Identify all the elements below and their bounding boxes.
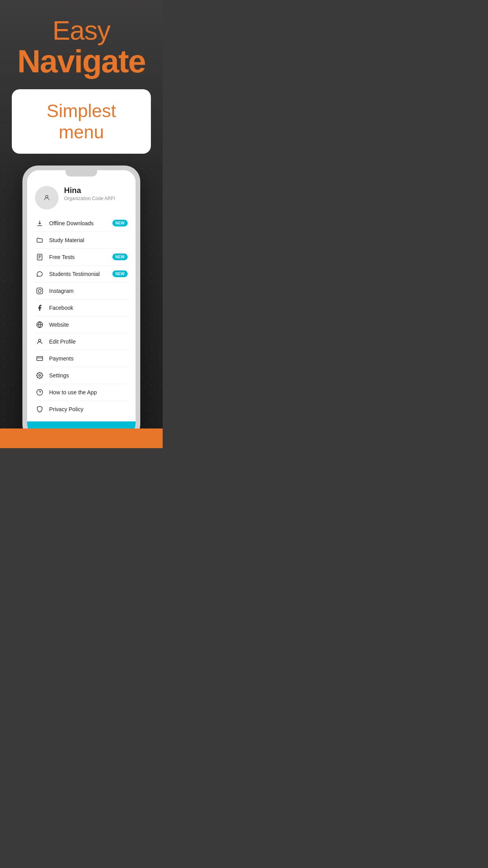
orange-bottom-bar — [0, 428, 163, 448]
menu-label-settings: Settings — [49, 372, 128, 379]
svg-point-4 — [41, 289, 42, 290]
menu-label-edit-profile: Edit Profile — [49, 338, 128, 345]
menu-item-free-tests[interactable]: Free Tests NEW — [35, 249, 128, 266]
instagram-icon — [35, 286, 44, 296]
folder-icon — [35, 235, 44, 245]
svg-point-0 — [46, 195, 48, 198]
menu-item-privacy-policy[interactable]: Privacy Policy — [35, 401, 128, 417]
menu-item-facebook[interactable]: Facebook — [35, 300, 128, 316]
profile-name: Hina — [64, 186, 115, 195]
menu-label-privacy-policy: Privacy Policy — [49, 406, 128, 412]
document-icon — [35, 252, 44, 262]
phone-notch — [66, 169, 97, 177]
main-background: Easy Navigate Simplest menu — [0, 0, 163, 448]
menu-label-payments: Payments — [49, 355, 128, 362]
phone-screen: Hina Organization Code ARFI — [27, 170, 136, 436]
profile-section: Hina Organization Code ARFI — [35, 186, 128, 210]
facebook-icon — [35, 303, 44, 313]
shield-icon — [35, 405, 44, 414]
headline-easy: Easy — [8, 16, 155, 45]
svg-rect-2 — [37, 288, 43, 294]
menu-item-students-testimonial[interactable]: Students Testimonial NEW — [35, 266, 128, 283]
globe-icon — [35, 320, 44, 329]
menu-label-study-material: Study Material — [49, 237, 128, 243]
person-icon — [35, 337, 44, 346]
menu-item-how-to-use[interactable]: How to use the App — [35, 384, 128, 401]
menu-item-instagram[interactable]: Instagram — [35, 283, 128, 300]
menu-item-study-material[interactable]: Study Material — [35, 232, 128, 249]
menu-list: Offline Downloads NEW Study Material — [35, 215, 128, 417]
new-badge-offline: NEW — [112, 220, 128, 226]
svg-point-8 — [39, 375, 41, 377]
menu-item-offline-downloads[interactable]: Offline Downloads NEW — [35, 215, 128, 232]
menu-label-offline-downloads: Offline Downloads — [49, 220, 112, 226]
menu-item-settings[interactable]: Settings — [35, 367, 128, 384]
menu-label-students-testimonial: Students Testimonial — [49, 271, 112, 277]
chat-icon — [35, 269, 44, 279]
menu-label-how-to-use: How to use the App — [49, 389, 128, 395]
svg-point-3 — [38, 289, 41, 292]
menu-item-edit-profile[interactable]: Edit Profile — [35, 333, 128, 350]
download-icon — [35, 219, 44, 228]
menu-item-payments[interactable]: Payments — [35, 350, 128, 367]
svg-rect-7 — [37, 357, 43, 361]
menu-label-facebook: Facebook — [49, 305, 128, 311]
headline-navigate: Navigate — [8, 45, 155, 77]
menu-label-website: Website — [49, 322, 128, 328]
menu-label-free-tests: Free Tests — [49, 254, 112, 260]
phone-mockup: Hina Organization Code ARFI — [22, 166, 140, 440]
simplest-menu-box: Simplest menu — [12, 89, 151, 154]
question-icon — [35, 388, 44, 397]
gear-icon — [35, 371, 44, 380]
new-badge-testimonial: NEW — [112, 270, 128, 277]
menu-label-instagram: Instagram — [49, 288, 128, 294]
svg-point-6 — [39, 339, 41, 342]
screen-content: Hina Organization Code ARFI — [27, 170, 136, 421]
phone-area: Hina Organization Code ARFI — [0, 166, 163, 448]
profile-info: Hina Organization Code ARFI — [64, 186, 115, 201]
avatar — [35, 186, 59, 210]
top-content: Easy Navigate Simplest menu — [0, 0, 163, 166]
profile-org: Organization Code ARFI — [64, 196, 115, 201]
card-icon — [35, 354, 44, 363]
simplest-menu-text: Simplest menu — [47, 101, 116, 142]
menu-item-website[interactable]: Website — [35, 316, 128, 333]
new-badge-free-tests: NEW — [112, 254, 128, 260]
